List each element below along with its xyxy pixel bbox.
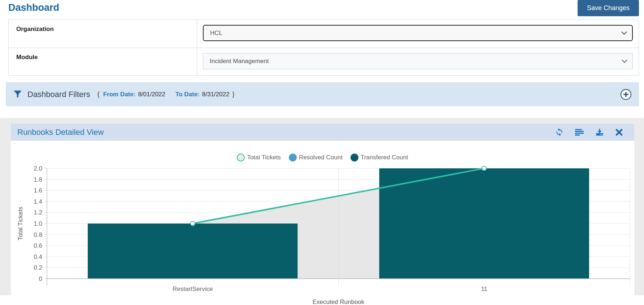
x-category-label: RestartService xyxy=(173,286,213,292)
from-date-value: 8/01/2022 xyxy=(138,91,165,98)
legend-item[interactable]: Total Tickets xyxy=(237,154,281,162)
y-tick-label: 1.8 xyxy=(34,176,42,183)
panel-toolbar xyxy=(555,128,623,136)
panel-title: Runbooks Detailed View xyxy=(17,128,104,137)
x-category-label: 11 xyxy=(481,286,487,292)
chart-svg: 00.20.40.60.81.01.21.41.61.82.0RestartSe… xyxy=(11,164,634,305)
page-title: Dashboard xyxy=(8,2,59,13)
top-bar: Dashboard Save Changes xyxy=(0,0,644,17)
filter-bar-title: Dashboard Filters xyxy=(27,90,90,99)
y-tick-label: 0.2 xyxy=(34,264,42,271)
bar[interactable] xyxy=(379,168,589,279)
table-row: Module Incident Management xyxy=(9,48,639,75)
organization-label: Organization xyxy=(9,20,197,48)
table-row: Organization HCL xyxy=(9,20,639,48)
y-tick-label: 2.0 xyxy=(34,165,42,172)
legend-item[interactable]: Transfered Count xyxy=(351,154,408,162)
chevron-down-icon xyxy=(622,58,627,65)
y-tick-label: 0.4 xyxy=(34,253,42,260)
runbooks-panel: Runbooks Detailed View xyxy=(11,124,634,295)
download-icon[interactable] xyxy=(595,128,604,136)
module-select-value: Incident Management xyxy=(210,58,269,65)
module-label: Module xyxy=(9,48,197,75)
organization-select[interactable]: HCL xyxy=(203,25,633,41)
legend-marker xyxy=(237,154,245,162)
chevron-down-icon xyxy=(621,30,627,37)
legend-item[interactable]: Resolved Count xyxy=(289,154,343,162)
x-axis-title: Executed Runbook xyxy=(313,299,365,305)
plus-circle-icon[interactable] xyxy=(620,89,632,100)
legend-label: Total Tickets xyxy=(247,154,281,161)
legend-label: Resolved Count xyxy=(299,154,343,161)
data-point-marker[interactable] xyxy=(191,221,195,226)
brace-close: } xyxy=(232,90,234,98)
bar[interactable] xyxy=(88,224,297,279)
close-icon[interactable] xyxy=(615,129,623,136)
organization-select-value: HCL xyxy=(210,30,222,37)
module-select[interactable]: Incident Management xyxy=(203,53,633,69)
funnel-icon xyxy=(13,89,22,100)
dashboard-filters-bar: Dashboard Filters { From Date: 8/01/2022… xyxy=(6,82,639,106)
y-tick-label: 0.8 xyxy=(34,231,42,238)
data-point-marker[interactable] xyxy=(482,166,486,171)
refresh-icon[interactable] xyxy=(555,128,564,136)
content-area: Runbooks Detailed View xyxy=(0,118,644,295)
y-tick-label: 1.4 xyxy=(34,198,42,205)
to-date-value: 8/31/2022 xyxy=(202,91,230,98)
y-tick-label: 1.2 xyxy=(34,209,42,216)
chart-legend: Total TicketsResolved CountTransfered Co… xyxy=(11,154,634,162)
y-tick-label: 0.6 xyxy=(34,242,42,249)
legend-label: Transfered Count xyxy=(361,154,408,161)
y-tick-label: 1.0 xyxy=(34,220,42,227)
legend-marker xyxy=(289,154,297,162)
brace-open: { xyxy=(97,90,100,98)
y-tick-label: 0 xyxy=(39,275,42,282)
settings-table: Organization HCL Module Incident Managem… xyxy=(8,19,639,76)
module-cell: Incident Management xyxy=(197,48,639,75)
legend-marker xyxy=(351,154,358,162)
to-date-label: To Date: xyxy=(175,91,200,98)
y-axis-title: Total Tickets xyxy=(17,207,24,240)
organization-cell: HCL xyxy=(197,20,639,48)
y-tick-label: 1.6 xyxy=(34,187,42,194)
menu-icon[interactable] xyxy=(575,128,584,136)
panel-header: Runbooks Detailed View xyxy=(11,124,634,141)
from-date-label: From Date: xyxy=(103,91,136,98)
save-changes-button[interactable]: Save Changes xyxy=(578,0,639,16)
